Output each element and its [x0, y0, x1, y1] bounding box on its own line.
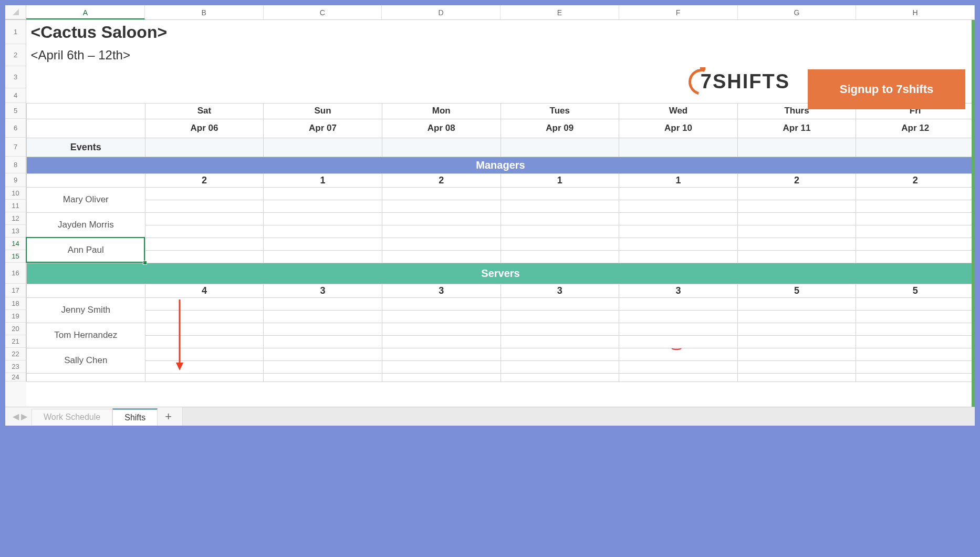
cell[interactable]	[619, 20, 738, 44]
cell[interactable]	[145, 200, 264, 212]
cell[interactable]	[856, 20, 975, 44]
cell[interactable]	[145, 88, 264, 103]
cell[interactable]	[382, 348, 501, 360]
cell[interactable]	[264, 250, 382, 263]
cell[interactable]	[856, 138, 975, 157]
manager-count[interactable]: 2	[856, 173, 975, 187]
cell[interactable]	[145, 212, 264, 225]
row-header-23[interactable]: 23	[5, 360, 26, 373]
cell[interactable]	[619, 323, 738, 335]
cell[interactable]	[737, 310, 856, 323]
cell[interactable]	[27, 373, 145, 381]
cell[interactable]	[501, 360, 619, 373]
cell[interactable]	[264, 297, 382, 310]
cell[interactable]	[619, 297, 738, 310]
manager-name[interactable]: Jayden Morris	[27, 212, 145, 238]
select-all-corner[interactable]	[5, 5, 26, 19]
server-name[interactable]: Sally Chen	[27, 348, 145, 373]
row-header-5[interactable]: 5	[5, 103, 26, 119]
cell[interactable]	[737, 225, 856, 238]
cell[interactable]	[382, 212, 501, 225]
cell[interactable]	[856, 44, 975, 66]
cell[interactable]	[737, 200, 856, 212]
cell[interactable]	[27, 88, 145, 103]
cell[interactable]	[737, 297, 856, 310]
row-header-8[interactable]: 8	[5, 157, 26, 173]
day-header[interactable]: Wed	[619, 103, 738, 119]
row-header-19[interactable]: 19	[5, 310, 26, 323]
manager-count[interactable]: 1	[619, 173, 738, 187]
cell[interactable]	[619, 44, 738, 66]
manager-count[interactable]: 2	[145, 173, 264, 187]
cell[interactable]	[264, 360, 382, 373]
cell[interactable]	[737, 360, 856, 373]
cell[interactable]	[856, 225, 975, 238]
tab-shifts[interactable]: Shifts	[112, 408, 158, 426]
cell[interactable]	[145, 225, 264, 238]
col-header-F[interactable]: F	[619, 5, 738, 19]
server-count[interactable]: 4	[145, 284, 264, 297]
cell[interactable]	[145, 297, 264, 310]
cell[interactable]	[856, 323, 975, 335]
row-header-4[interactable]: 4	[5, 88, 26, 103]
cell[interactable]	[856, 238, 975, 250]
cell[interactable]	[619, 373, 738, 381]
server-count[interactable]: 5	[737, 284, 856, 297]
cell[interactable]	[619, 212, 738, 225]
cell[interactable]	[264, 323, 382, 335]
server-count[interactable]: 3	[619, 284, 738, 297]
manager-count[interactable]: 2	[737, 173, 856, 187]
cell[interactable]	[382, 323, 501, 335]
cell[interactable]	[264, 138, 382, 157]
day-header[interactable]: Sat	[145, 103, 264, 119]
day-header[interactable]: Tues	[501, 103, 619, 119]
cell[interactable]	[737, 335, 856, 348]
cell[interactable]	[501, 310, 619, 323]
cell[interactable]	[737, 187, 856, 200]
grid-cells[interactable]: <Cactus Saloon><April 6th – 12th>SatSunM…	[26, 20, 975, 407]
col-header-G[interactable]: G	[738, 5, 857, 19]
cell[interactable]	[737, 212, 856, 225]
cell[interactable]	[382, 335, 501, 348]
tab-work-schedule[interactable]: Work Schedule	[32, 409, 112, 425]
cell[interactable]	[27, 119, 145, 138]
cell[interactable]	[856, 335, 975, 348]
row-header-24[interactable]: 24	[5, 373, 26, 381]
cell[interactable]	[145, 138, 264, 157]
row-header-15[interactable]: 15	[5, 250, 26, 263]
date-header[interactable]: Apr 11	[737, 119, 856, 138]
cell[interactable]	[145, 348, 264, 360]
cell[interactable]	[737, 238, 856, 250]
cell[interactable]	[264, 238, 382, 250]
row-header-22[interactable]: 22	[5, 348, 26, 360]
cell[interactable]	[264, 310, 382, 323]
cell[interactable]	[501, 138, 619, 157]
cell[interactable]	[619, 238, 738, 250]
cell[interactable]	[501, 66, 619, 88]
cell[interactable]	[382, 297, 501, 310]
date-header[interactable]: Apr 09	[501, 119, 619, 138]
server-count[interactable]: 3	[501, 284, 619, 297]
row-header-11[interactable]: 11	[5, 200, 26, 212]
cell[interactable]	[382, 310, 501, 323]
cell[interactable]	[145, 323, 264, 335]
date-header[interactable]: Apr 06	[145, 119, 264, 138]
cell[interactable]	[145, 310, 264, 323]
col-header-A[interactable]: A	[26, 5, 145, 19]
cell[interactable]	[145, 360, 264, 373]
server-name[interactable]: Tom Hernandez	[27, 323, 145, 348]
cell[interactable]	[737, 373, 856, 381]
row-header-1[interactable]: 1	[5, 20, 26, 44]
col-header-B[interactable]: B	[145, 5, 264, 19]
cell[interactable]	[382, 373, 501, 381]
manager-name[interactable]: Mary Oliver	[27, 187, 145, 212]
cell[interactable]	[382, 225, 501, 238]
cell[interactable]	[145, 373, 264, 381]
cell[interactable]	[856, 212, 975, 225]
row-header-3[interactable]: 3	[5, 66, 26, 88]
cell[interactable]	[382, 88, 501, 103]
cell[interactable]	[856, 310, 975, 323]
tab-nav-prev-icon[interactable]: ◀	[13, 411, 19, 421]
row-header-17[interactable]: 17	[5, 284, 26, 297]
cell[interactable]	[27, 173, 145, 187]
